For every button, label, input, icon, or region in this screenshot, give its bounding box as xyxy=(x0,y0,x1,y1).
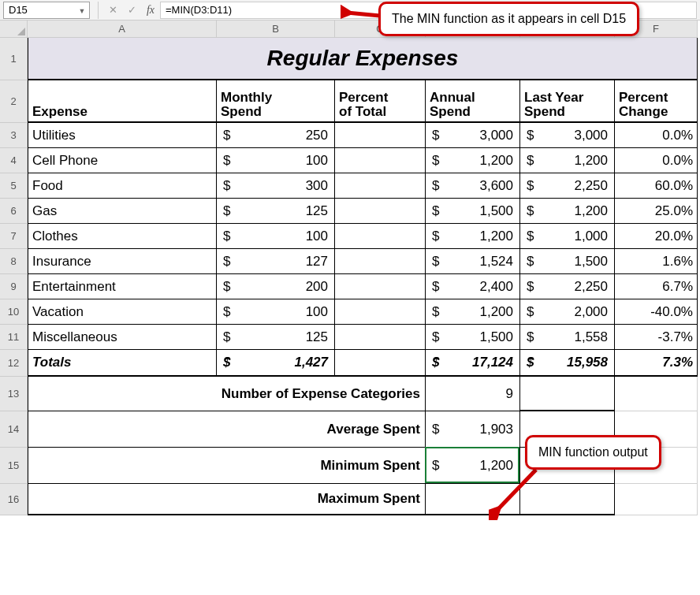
cell-annual[interactable]: $1,500 xyxy=(426,199,520,224)
cell-last[interactable]: $1,200 xyxy=(520,199,615,224)
cell-pct-change[interactable]: 25.0% xyxy=(615,199,698,224)
cell-expense[interactable]: Clothes xyxy=(28,224,217,249)
cell-monthly[interactable]: $200 xyxy=(217,274,335,299)
cell-last[interactable]: $2,250 xyxy=(520,173,615,199)
header-annual[interactable]: AnnualSpend xyxy=(426,80,520,123)
cell-pct-change[interactable]: 60.0% xyxy=(615,173,698,199)
cell-last[interactable]: $1,000 xyxy=(520,224,615,249)
summary-r16-f[interactable] xyxy=(615,484,698,515)
cell-last[interactable]: $1,500 xyxy=(520,249,615,274)
totals-last[interactable]: $15,958 xyxy=(520,350,615,377)
fx-icon[interactable]: fx xyxy=(142,2,159,19)
summary-label-max[interactable]: Maximum Spent xyxy=(28,484,426,515)
cell-pct-change[interactable]: 6.7% xyxy=(615,274,698,299)
cell-pct-change[interactable]: 1.6% xyxy=(615,249,698,274)
cell-pct-total[interactable] xyxy=(335,123,426,148)
row-header[interactable]: 3 xyxy=(0,123,28,148)
cell-last[interactable]: $1,558 xyxy=(520,325,615,350)
cell-annual[interactable]: $1,200 xyxy=(426,224,520,249)
header-percent-change[interactable]: PercentChange xyxy=(615,80,698,123)
cell-expense[interactable]: Cell Phone xyxy=(28,148,217,173)
row-header[interactable]: 6 xyxy=(0,199,28,224)
row-header[interactable]: 10 xyxy=(0,299,28,325)
cell-pct-total[interactable] xyxy=(335,249,426,274)
cell-pct-total[interactable] xyxy=(335,325,426,350)
cell-expense[interactable]: Utilities xyxy=(28,123,217,148)
totals-monthly[interactable]: $1,427 xyxy=(217,350,335,377)
summary-r13-e[interactable] xyxy=(520,377,615,411)
summary-count-value[interactable]: 9 xyxy=(426,377,520,411)
cell-pct-change[interactable]: -40.0% xyxy=(615,299,698,325)
row-header-1[interactable]: 1 xyxy=(0,38,28,80)
summary-label-min[interactable]: Minimum Spent xyxy=(28,448,426,484)
cell-monthly[interactable]: $100 xyxy=(217,148,335,173)
cell-annual[interactable]: $1,524 xyxy=(426,249,520,274)
totals-pct[interactable]: 7.3% xyxy=(615,350,698,377)
row-header-14[interactable]: 14 xyxy=(0,411,28,448)
header-last-year[interactable]: Last YearSpend xyxy=(520,80,615,123)
row-header-2[interactable]: 2 xyxy=(0,80,28,123)
header-expense[interactable]: Expense xyxy=(28,80,217,123)
cell-pct-change[interactable]: 0.0% xyxy=(615,148,698,173)
cell-pct-total[interactable] xyxy=(335,299,426,325)
cell-annual[interactable]: $1,200 xyxy=(426,148,520,173)
summary-avg-value[interactable]: $1,903 xyxy=(426,411,520,448)
col-header-b[interactable]: B xyxy=(217,20,335,38)
cell-pct-change[interactable]: 20.0% xyxy=(615,224,698,249)
cell-monthly[interactable]: $127 xyxy=(217,249,335,274)
row-header[interactable]: 7 xyxy=(0,224,28,249)
cell-expense[interactable]: Miscellaneous xyxy=(28,325,217,350)
row-header[interactable]: 11 xyxy=(0,325,28,350)
row-header[interactable]: 8 xyxy=(0,249,28,274)
cell-last[interactable]: $1,200 xyxy=(520,148,615,173)
cell-pct-total[interactable] xyxy=(335,274,426,299)
select-all-corner[interactable] xyxy=(0,20,28,38)
check-icon[interactable]: ✓ xyxy=(123,2,140,19)
row-header-16[interactable]: 16 xyxy=(0,484,28,515)
cell-pct-total[interactable] xyxy=(335,148,426,173)
cell-last[interactable]: $3,000 xyxy=(520,123,615,148)
row-header-12[interactable]: 12 xyxy=(0,350,28,377)
summary-r13-f[interactable] xyxy=(615,377,698,411)
name-box[interactable]: D15 ▼ xyxy=(3,2,90,19)
cell-expense[interactable]: Vacation xyxy=(28,299,217,325)
cell-expense[interactable]: Food xyxy=(28,173,217,199)
cell-annual[interactable]: $1,200 xyxy=(426,299,520,325)
cell-pct-change[interactable]: 0.0% xyxy=(615,123,698,148)
cell-annual[interactable]: $3,600 xyxy=(426,173,520,199)
cell-pct-total[interactable] xyxy=(335,224,426,249)
cell-annual[interactable]: $1,500 xyxy=(426,325,520,350)
totals-label[interactable]: Totals xyxy=(28,350,217,377)
col-header-a[interactable]: A xyxy=(28,20,217,38)
cell-expense[interactable]: Insurance xyxy=(28,249,217,274)
cell-last[interactable]: $2,250 xyxy=(520,274,615,299)
title-cell[interactable]: Regular Expenses xyxy=(28,38,698,80)
row-header[interactable]: 9 xyxy=(0,274,28,299)
totals-annual[interactable]: $17,124 xyxy=(426,350,520,377)
cell-expense[interactable]: Entertainment xyxy=(28,274,217,299)
cell-monthly[interactable]: $125 xyxy=(217,199,335,224)
totals-c[interactable] xyxy=(335,350,426,377)
cell-annual[interactable]: $2,400 xyxy=(426,274,520,299)
cell-monthly[interactable]: $100 xyxy=(217,299,335,325)
cancel-icon[interactable]: ✕ xyxy=(104,2,121,19)
cell-pct-total[interactable] xyxy=(335,173,426,199)
cell-pct-total[interactable] xyxy=(335,199,426,224)
cell-last[interactable]: $2,000 xyxy=(520,299,615,325)
row-header-13[interactable]: 13 xyxy=(0,377,28,411)
header-percent-total[interactable]: Percentof Total xyxy=(335,80,426,123)
cell-monthly[interactable]: $250 xyxy=(217,123,335,148)
cell-monthly[interactable]: $125 xyxy=(217,325,335,350)
cell-monthly[interactable]: $300 xyxy=(217,173,335,199)
cell-annual[interactable]: $3,000 xyxy=(426,123,520,148)
cell-expense[interactable]: Gas xyxy=(28,199,217,224)
cell-pct-change[interactable]: -3.7% xyxy=(615,325,698,350)
header-monthly[interactable]: MonthlySpend xyxy=(217,80,335,123)
row-header-15[interactable]: 15 xyxy=(0,448,28,484)
summary-label-avg[interactable]: Average Spent xyxy=(28,411,426,448)
summary-label-count[interactable]: Number of Expense Categories xyxy=(28,377,426,411)
chevron-down-icon[interactable]: ▼ xyxy=(76,6,88,17)
row-header[interactable]: 5 xyxy=(0,173,28,199)
cell-monthly[interactable]: $100 xyxy=(217,224,335,249)
row-header[interactable]: 4 xyxy=(0,148,28,173)
